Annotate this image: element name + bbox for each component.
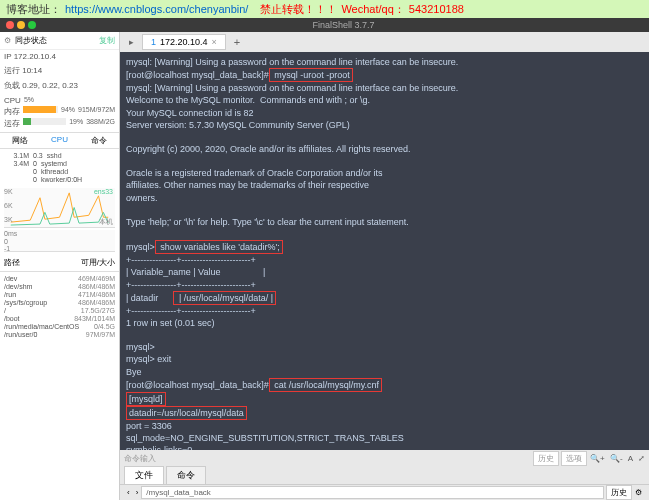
disk-size-header: 可用/大小	[81, 257, 115, 268]
process-row: 0kworker/0:0H	[4, 176, 115, 183]
disk-path-header: 路径	[4, 257, 81, 268]
highlight-datadir-value: | /usr/local/mysql/data/ |	[173, 291, 276, 305]
highlight-mysql-login: mysql -uroot -proot	[269, 68, 353, 82]
command-input-row: 命令输入 历史 选项 🔍+ 🔍- A ⤢	[120, 450, 649, 466]
options-button[interactable]: 选项	[561, 451, 587, 466]
disk-row: /sys/fs/cgroup486M/486M	[4, 299, 115, 306]
traffic-lights	[6, 21, 36, 29]
tool-icon[interactable]: ⤢	[638, 454, 645, 463]
blog-banner: 博客地址： https://www.cnblogs.com/chenyanbin…	[0, 0, 649, 18]
ip-label: IP 172.20.10.4	[0, 50, 119, 63]
disk-row: /run/media/mac/CentOS0/4.5G	[4, 323, 115, 330]
tab-network[interactable]: 网络	[0, 133, 40, 148]
bottom-tabs: 文件 命令	[120, 466, 649, 484]
uptime-label: 运行 10:14	[0, 63, 119, 78]
disk-row: /dev/shm486M/486M	[4, 283, 115, 290]
command-input[interactable]: 命令输入	[124, 453, 531, 464]
disk-row: /boot843M/1014M	[4, 315, 115, 322]
highlight-show-variables: show variables like 'datadir%';	[155, 240, 283, 254]
banner-contact-label: Wechat/qq：	[341, 2, 404, 17]
latency-chart: 0ms 0 -1	[4, 230, 115, 252]
terminal-output[interactable]: mysql: [Warning] Using a password on the…	[120, 52, 649, 450]
disk-row: /17.5G/27G	[4, 307, 115, 314]
toolbar-icon[interactable]: ⚙	[632, 488, 645, 497]
mem-pct: 94%	[61, 106, 75, 117]
copy-button[interactable]: 复制	[99, 35, 115, 46]
next-icon[interactable]: ›	[133, 488, 142, 497]
close-tab-icon[interactable]: ×	[212, 37, 217, 47]
mem-label: 内存	[4, 106, 20, 117]
banner-contact: 543210188	[409, 3, 464, 15]
cpu-pct: 5%	[24, 96, 34, 105]
path-input[interactable]: /mysql_data_back	[141, 486, 604, 499]
process-row: 3.1M0.3sshd	[4, 152, 115, 159]
process-row: 3.4M0systemd	[4, 160, 115, 167]
sidebar: ⚙ 同步状态 复制 IP 172.20.10.4 运行 10:14 负载 0.2…	[0, 32, 120, 500]
highlight-cat-cnf: cat /usr/local/mysql/my.cnf	[269, 378, 382, 392]
tab-cpu[interactable]: CPU	[40, 133, 80, 148]
mem-bar	[23, 106, 58, 113]
tab-command[interactable]: 命令	[166, 466, 206, 485]
swap-bar	[23, 118, 66, 125]
process-row: 0kthreadd	[4, 168, 115, 175]
highlight-mysqld: [mysqld]	[126, 392, 166, 406]
cpu-label: CPU	[4, 96, 21, 105]
swap-pct: 19%	[69, 118, 83, 129]
history-button[interactable]: 历史	[533, 451, 559, 466]
tool-icon[interactable]: 🔍+	[590, 454, 605, 463]
tab-cmd[interactable]: 命令	[79, 133, 119, 148]
path-row: ‹ › /mysql_data_back 历史 ⚙	[120, 484, 649, 500]
toolbar-icons: 🔍+ 🔍- A ⤢	[587, 454, 645, 463]
folder-icon[interactable]: ▸	[124, 35, 138, 49]
maximize-icon[interactable]	[28, 21, 36, 29]
load-label: 负载 0.29, 0.22, 0.23	[0, 78, 119, 93]
banner-url: https://www.cnblogs.com/chenyanbin/	[65, 3, 248, 15]
highlight-datadir-cnf: datadir=/usr/local/mysql/data	[126, 406, 247, 420]
terminal-tabs: ▸ 1 172.20.10.4 × +	[120, 32, 649, 52]
gear-icon[interactable]: ⚙	[4, 36, 11, 45]
sync-status-label: 同步状态	[15, 35, 47, 46]
swap-label: 运存	[4, 118, 20, 129]
banner-warn: 禁止转载！！！	[260, 2, 337, 17]
disk-row: /run/user/097M/97M	[4, 331, 115, 338]
disk-row: /dev469M/469M	[4, 275, 115, 282]
swap-val: 388M/2G	[86, 118, 115, 129]
banner-label: 博客地址：	[6, 2, 61, 17]
add-tab-icon[interactable]: +	[230, 36, 244, 48]
prev-icon[interactable]: ‹	[124, 488, 133, 497]
window-title: FinalShell 3.7.7	[44, 20, 643, 30]
network-chart: 9K 6K 3K ens33 本机	[4, 188, 115, 228]
minimize-icon[interactable]	[17, 21, 25, 29]
terminal-tab[interactable]: 1 172.20.10.4 ×	[142, 34, 226, 50]
tool-icon[interactable]: A	[628, 454, 633, 463]
tool-icon[interactable]: 🔍-	[610, 454, 623, 463]
path-history-button[interactable]: 历史	[606, 485, 632, 500]
window-titlebar: FinalShell 3.7.7	[0, 18, 649, 32]
mem-val: 915M/972M	[78, 106, 115, 117]
tab-file[interactable]: 文件	[124, 466, 164, 485]
tab-number: 1	[151, 37, 156, 47]
disk-row: /run471M/486M	[4, 291, 115, 298]
tab-ip: 172.20.10.4	[160, 37, 208, 47]
close-icon[interactable]	[6, 21, 14, 29]
